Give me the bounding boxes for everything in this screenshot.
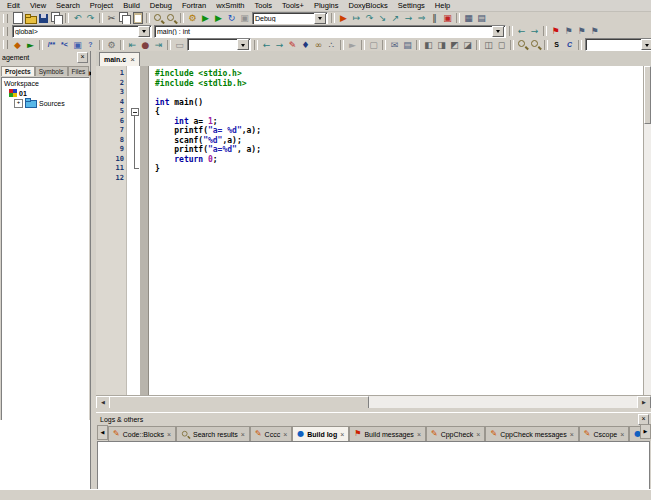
save-button[interactable] [37,12,50,24]
dropdown-arrow-icon[interactable] [138,26,150,37]
tab-close-icon[interactable]: × [417,431,421,438]
menu-item-plugins[interactable]: Plugins [309,0,344,11]
clear-bookmarks-button[interactable]: ⚑ [588,25,601,37]
zoom-in-button[interactable] [516,39,529,51]
editor-vertical-scrollbar[interactable] [643,66,651,396]
debug-continue-button[interactable]: ▶ [337,12,350,24]
zoom-out-button[interactable] [529,39,542,51]
fold-box-icon[interactable] [131,108,139,116]
logs-tab-cccc[interactable]: ✎Cccc× [250,426,292,441]
cut-button[interactable]: ✂ [105,12,118,24]
logs-tab-code-blocks[interactable]: ✎Code::Blocks× [108,426,176,441]
binoculars-button[interactable]: ∞ [312,39,325,51]
menu-item-search[interactable]: Search [51,0,85,11]
doxy-line-comment-button[interactable]: *< [58,39,71,51]
messages-window-button[interactable]: ✉ [388,39,401,51]
menu-item-settings[interactable]: Settings [393,0,430,11]
editor-horizontal-scrollbar[interactable]: ◀ ▶ [96,395,651,408]
menu-item-help[interactable]: Help [430,0,455,11]
open-file-button[interactable] [24,12,37,24]
s-toggle-button[interactable]: S [550,39,563,51]
stop-debugger-button[interactable]: ▣ [441,12,454,24]
menu-item-view[interactable]: View [25,0,51,11]
doxy-options-button[interactable]: ⚙ [105,39,118,51]
highlight-button[interactable]: ✎ [286,39,299,51]
run-button[interactable]: ▶ [199,12,212,24]
code-line[interactable]: 5{ [96,107,644,117]
code-editor[interactable]: 1#include <stdio.h>2#include <stdlib.h>3… [96,66,644,396]
menu-item-fortran[interactable]: Fortran [177,0,211,11]
incremental-search-icon[interactable]: ▭ [173,39,186,51]
menu-item-tools[interactable]: Tools [250,0,278,11]
tab-close-icon[interactable]: × [620,431,624,438]
toolbar-grip[interactable] [3,14,8,23]
logs-tab-build-log[interactable]: ●Build log× [292,426,349,441]
thread-search-input[interactable] [585,38,651,51]
run-to-cursor-button[interactable]: ↦ [350,12,363,24]
rebuild-button[interactable]: ↻ [225,12,238,24]
code-line[interactable]: 2#include <stdlib.h> [96,79,644,89]
code-line[interactable]: 9 printf("a=%d", a); [96,145,644,155]
dropdown-arrow-icon[interactable] [314,13,326,24]
log-window-button[interactable]: ▤ [401,39,414,51]
menu-item-wxsmith[interactable]: wxSmith [211,0,249,11]
step-out-button[interactable]: ↗ [389,12,402,24]
code-line[interactable]: 10 return 0; [96,155,644,165]
build-target-select[interactable]: Debug [252,12,328,25]
layout-split-2-button[interactable]: ◨ [435,39,448,51]
menu-item-doxyblocks[interactable]: DoxyBlocks [344,0,393,11]
incremental-search-input[interactable] [187,38,251,51]
paste-button[interactable] [131,12,144,24]
management-tab-files[interactable]: Files [68,66,90,76]
trace-button[interactable]: ∴ [325,39,338,51]
next-bookmark-button[interactable]: ⚑ [575,25,588,37]
jump-forward-button[interactable]: ⇥ [152,39,165,51]
code-line[interactable]: 1#include <stdio.h> [96,69,644,79]
toolbar-grip[interactable] [3,40,8,49]
menu-item-edit[interactable]: Edit [2,0,25,11]
next-instruction-button[interactable]: → [402,12,415,24]
scope-select[interactable]: global> [12,25,152,38]
prev-bookmark-button[interactable]: ⚑ [562,25,575,37]
jump-back-button[interactable]: ⇤ [126,39,139,51]
doxyblocks-run-button[interactable]: ► [24,39,37,51]
code-line[interactable]: 4int main() [96,98,644,108]
code-line[interactable]: 8 scanf("%d",a); [96,136,644,146]
management-tab-symbols[interactable]: Symbols [35,66,68,76]
debugging-windows-button[interactable]: ▦ [462,12,475,24]
step-into-button[interactable]: ↘ [376,12,389,24]
abort-build-button[interactable]: ▣ [238,12,251,24]
management-close-button[interactable]: × [77,52,88,63]
copy-button[interactable] [118,12,131,24]
editor-tab-mainc[interactable]: main.c × [99,52,140,66]
code-line[interactable]: 7 printf("a= %d",a); [96,126,644,136]
dropdown-arrow-icon[interactable] [641,39,651,50]
anchor-button[interactable]: ♦ [299,39,312,51]
function-select[interactable]: main() : int [154,25,506,38]
logs-tab-cscope[interactable]: ✎Cscope× [579,426,630,441]
doxy-page-button[interactable]: ▣ [71,39,84,51]
tree-item-sources[interactable]: + Sources [2,98,89,108]
management-tab-projects[interactable]: Projects [1,66,35,76]
browse-forward-button[interactable]: → [273,39,286,51]
split-vertical-button[interactable]: ◻ [495,39,508,51]
vertical-scroll-thumb[interactable] [644,66,651,124]
logs-tab-cppcheck[interactable]: ✎CppCheck× [426,426,485,441]
expand-icon[interactable]: + [14,99,23,108]
save-all-button[interactable] [50,12,63,24]
doxy-help-button[interactable]: ? [84,39,97,51]
undo-button[interactable]: ↶ [71,12,84,24]
code-line[interactable]: 11} [96,164,644,174]
logs-tabs-scroll-left-button[interactable]: ◀ [97,425,108,440]
code-line[interactable]: 6 int a= 1; [96,117,644,127]
various-info-button[interactable]: ▤ [475,12,488,24]
dropdown-arrow-icon[interactable] [237,39,249,50]
goto-forward-button[interactable]: → [528,25,541,37]
doxy-block-comment-button[interactable]: /** [45,39,58,51]
tab-close-icon[interactable]: × [130,56,135,64]
tab-close-icon[interactable]: × [283,431,287,438]
menu-item-debug[interactable]: Debug [145,0,177,11]
code-line[interactable]: 12 [96,174,644,184]
build-and-run-button[interactable]: ▶ [212,12,225,24]
dropdown-arrow-icon[interactable] [492,26,504,37]
